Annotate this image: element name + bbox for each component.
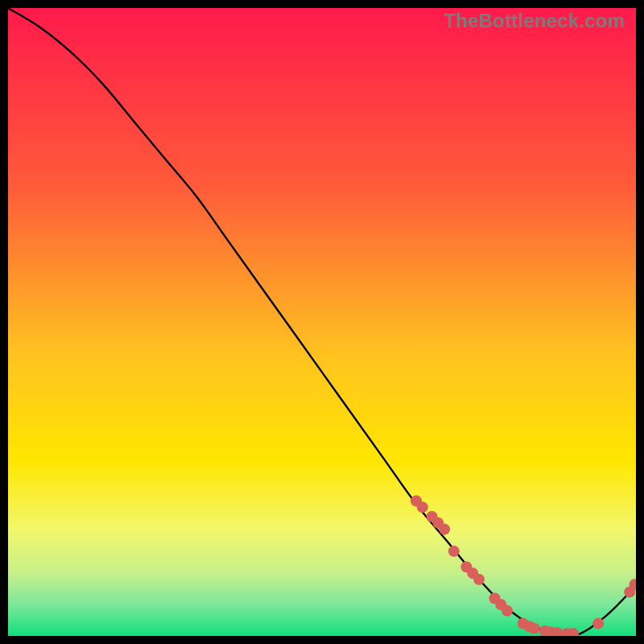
data-marker bbox=[502, 605, 513, 617]
data-marker bbox=[473, 574, 485, 585]
data-marker bbox=[439, 523, 450, 535]
data-marker bbox=[592, 617, 604, 629]
chart-frame: TheBottleneck.com bbox=[8, 8, 636, 636]
data-marker bbox=[448, 546, 460, 557]
data-marker bbox=[417, 502, 428, 513]
watermark-text: TheBottleneck.com bbox=[444, 10, 625, 32]
bottleneck-plot bbox=[8, 8, 636, 636]
data-marker bbox=[529, 623, 540, 634]
gradient-background bbox=[8, 8, 636, 636]
